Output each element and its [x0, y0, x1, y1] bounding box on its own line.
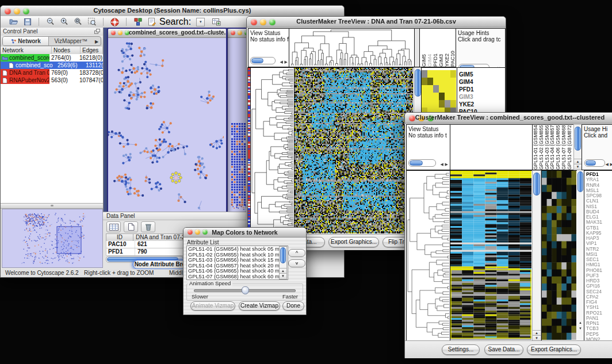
control-panel-header: Control Panel	[1, 28, 103, 36]
view-status-panel: View Status No status info f ◀ ▶	[248, 28, 289, 67]
col-nodes[interactable]: Nodes	[52, 47, 81, 54]
gene-label[interactable]: GIM4	[459, 78, 505, 86]
scroll-down-icon[interactable]: ▼	[574, 164, 582, 170]
scroll-left-icon[interactable]: ◀	[441, 162, 443, 167]
zoom-out-button[interactable]	[44, 17, 56, 27]
select-attributes-button[interactable]	[106, 221, 121, 232]
create-vizmap-button[interactable]: Create Vizmap	[239, 301, 280, 311]
column-dendrogram-panel	[289, 28, 415, 67]
heatmap-v-scrollbar[interactable]: ▲ ▼	[532, 170, 541, 342]
scroll-down-icon[interactable]: ▼	[280, 273, 286, 279]
network-list-row[interactable]: RNAPuberNov2+| 563(0) 107847(0)	[1, 76, 103, 84]
column-label[interactable]: GIM3	[438, 29, 444, 67]
zoom-fit-button[interactable]	[72, 17, 84, 27]
annotation-button[interactable]	[146, 17, 158, 27]
search-config-button[interactable]	[210, 17, 222, 27]
network-list-row[interactable]: DNA and Tran 07 769(0) 183728(0)	[1, 69, 103, 76]
open-session-button[interactable]	[7, 17, 20, 27]
col-id[interactable]: ID	[106, 234, 133, 241]
network-list-row[interactable]: combined_scores_ 2764(0) 16218(0)	[1, 54, 103, 62]
status-h-scrollbar[interactable]	[408, 159, 436, 167]
cytoscape-titlebar: Cytoscape Desktop (Session Name: collins…	[1, 6, 344, 17]
attribute-list-scrollbar[interactable]: ▲ ▼	[279, 246, 287, 279]
birdseye-canvas[interactable]	[2, 209, 101, 266]
vizmapper-button[interactable]	[132, 17, 144, 27]
row-dendrogram-canvas[interactable]	[251, 68, 293, 233]
treeview2-title: ClusterMaker TreeView : combined_scores_…	[405, 114, 612, 121]
labels-v-scrollbar[interactable]: ▲ ▼	[573, 124, 582, 170]
panel-splitter[interactable]	[1, 203, 103, 209]
animation-speed-label: Animation Speed	[188, 280, 232, 286]
col-edges[interactable]: Edges	[81, 47, 103, 54]
column-dendrogram-canvas[interactable]	[289, 29, 414, 66]
column-label[interactable]: GIM4	[427, 29, 433, 67]
gene-label[interactable]: GIM3	[459, 93, 505, 101]
scroll-right-icon[interactable]: ▶	[285, 60, 288, 64]
column-label[interactable]: PFD1	[433, 29, 438, 67]
animate-vizmap-button[interactable]: Animate Vizmap	[190, 301, 235, 311]
status-h-scrollbar[interactable]	[250, 57, 276, 64]
zoom-selected-button[interactable]	[86, 17, 98, 27]
heatmap-panel	[450, 170, 533, 342]
annotation-icon	[147, 17, 156, 26]
save-session-button[interactable]	[21, 17, 33, 27]
scroll-up-icon[interactable]: ▲	[577, 320, 584, 325]
delete-attribute-button[interactable]	[141, 221, 155, 232]
close-button[interactable]	[231, 30, 235, 35]
scroll-right-icon[interactable]: ▶	[445, 162, 448, 167]
column-label[interactable]: GPL51-08 (GSM872)	[567, 125, 573, 170]
zoom-heatmap-canvas[interactable]	[542, 171, 576, 340]
zoom-selected-icon	[87, 17, 97, 26]
view-status-panel: View Status No status info t ◀ ▶	[406, 124, 450, 170]
gene-label[interactable]: YKE2	[459, 101, 505, 108]
map-colors-dialog: Map Colors to Network Attribute List GPL…	[183, 227, 307, 315]
gene-label[interactable]: GIM5	[459, 71, 505, 78]
minimize-button[interactable]	[238, 30, 242, 35]
heatmap-canvas[interactable]	[294, 68, 413, 233]
export-graphics-button[interactable]: Export Graphics...	[527, 344, 581, 355]
scroll-left-icon[interactable]: ◀	[280, 60, 283, 64]
scrollbar-thumb[interactable]	[577, 171, 583, 192]
column-dendrogram-panel[interactable]	[450, 124, 533, 170]
scrollbar-thumb[interactable]	[575, 127, 581, 151]
zoom-heatmap-canvas[interactable]	[422, 70, 456, 115]
usage-h-scrollbar[interactable]	[584, 159, 605, 167]
column-label[interactable]: PAC10	[450, 29, 456, 67]
save-data-button[interactable]: Save Data...	[484, 344, 523, 355]
gene-label[interactable]: PFD1	[459, 86, 505, 93]
zoom-in-button[interactable]	[58, 17, 70, 27]
scroll-left-icon[interactable]: ◀	[606, 162, 609, 167]
genes-v-scrollbar[interactable]: ▲ ▼	[577, 170, 584, 340]
heatmap-canvas[interactable]	[450, 171, 531, 340]
tab-vizmapper[interactable]: VizMapper™	[49, 37, 93, 45]
tab-overflow-button[interactable]: ▶	[93, 37, 101, 45]
row-dendrogram-canvas[interactable]	[407, 171, 449, 340]
attribute-item[interactable]: GPL51-07 (GSM868) heat shock 60 min	[188, 274, 288, 280]
network-list-row[interactable]: combined_sco 2569(6) 13112(15)	[1, 62, 103, 69]
search-dropdown-arrow[interactable]: ▾	[196, 18, 205, 26]
birdseye-view[interactable]	[2, 209, 103, 268]
scroll-down-icon[interactable]: ▼	[577, 326, 584, 331]
done-button[interactable]: Done	[282, 301, 304, 311]
help-button[interactable]	[109, 17, 121, 27]
speed-slider-thumb[interactable]	[242, 286, 249, 294]
tab-network[interactable]: Network	[3, 37, 49, 45]
network1-canvas[interactable]	[108, 38, 224, 210]
colored-nodes-icon	[133, 17, 143, 26]
toolbar-separator	[39, 18, 39, 26]
export-graphics-button[interactable]: Export Graphics...	[328, 237, 379, 247]
column-label[interactable]: GIM5	[421, 29, 427, 67]
trash-icon	[144, 223, 152, 231]
col-network[interactable]: Network	[1, 47, 52, 54]
new-attribute-button[interactable]	[124, 221, 138, 232]
settings-button[interactable]: Settings...	[442, 344, 480, 355]
move-down-button[interactable]: v	[288, 259, 305, 267]
scrollbar-thumb[interactable]	[415, 69, 421, 97]
scroll-right-icon[interactable]: ▶	[610, 162, 612, 167]
scrollbar-thumb[interactable]	[280, 247, 286, 263]
zoom-out-icon	[46, 17, 55, 26]
float-panel-icon[interactable]	[94, 29, 101, 35]
scrollbar-thumb[interactable]	[533, 173, 540, 196]
move-up-button[interactable]: ^	[288, 249, 305, 257]
column-label[interactable]: YKE2	[444, 29, 450, 67]
